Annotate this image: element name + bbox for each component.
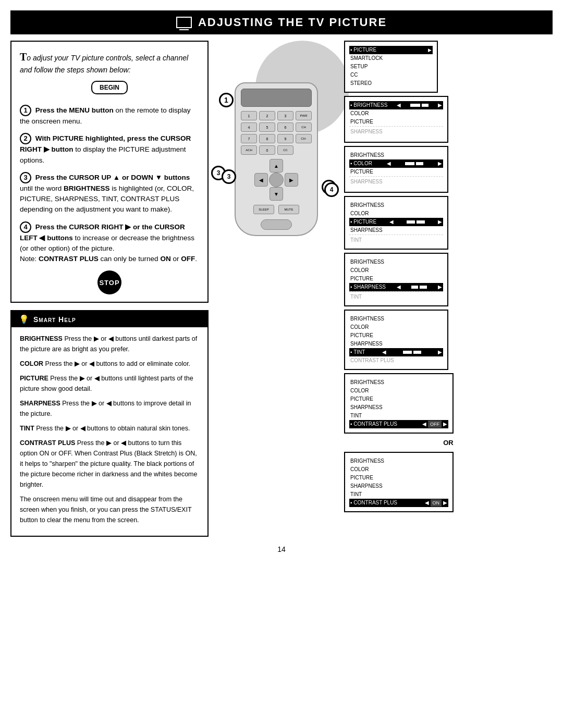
btn-8[interactable]: 8 xyxy=(259,134,275,143)
title-bar: ADJUSTING THE TV PICTURE xyxy=(10,10,553,34)
btn-sleep[interactable]: SLEEP xyxy=(253,205,274,214)
menu-stereo: STEREO xyxy=(349,79,433,88)
menu-brightness-7: BRIGHTNESS xyxy=(349,378,448,387)
menu-sharpness-7: SHARPNESS xyxy=(349,403,448,412)
step-3: 3 Press the CURSOR UP ▲ or DOWN ▼ button… xyxy=(20,172,199,215)
menu-picture-7: PICTURE xyxy=(349,395,448,403)
page-title: ADJUSTING THE TV PICTURE xyxy=(198,16,387,29)
intro-text: To adjust your TV picture controls, sele… xyxy=(20,49,199,76)
menu-tint-7: TINT xyxy=(349,412,448,420)
dpad-right[interactable]: ▶ xyxy=(285,173,298,187)
menu-tint-8: TINT xyxy=(349,490,448,499)
stop-badge: STOP xyxy=(97,270,121,294)
menu-color-7: COLOR xyxy=(349,387,448,395)
menu-picture-2: PICTURE xyxy=(349,118,443,126)
menu-brightness-6: BRIGHTNESS xyxy=(349,315,443,323)
screen-picture-adj: BRIGHTNESS COLOR ▪ PICTURE ◀ ▶ SHARPNESS… xyxy=(344,196,448,250)
menu-color-highlighted: ▪ COLOR ◀ ▶ xyxy=(349,159,443,168)
screen-picture-menu: ▪ PICTURE▶ SMARTLOCK SETUP CC STEREO xyxy=(344,41,438,93)
menu-picture-highlighted-2: ▪ PICTURE ◀ ▶ xyxy=(349,218,443,226)
smart-help-box: 💡 Smart Help BRIGHTNESS Press the ▶ or ◀… xyxy=(10,310,209,537)
menu-brightness-highlighted: ▪ BRIGHTNESS ◀ ▶ xyxy=(349,101,443,109)
menu-picture-3: PICTURE xyxy=(349,168,443,176)
step-4: 4 Press the CURSOR RIGHT ▶ or the CURSOR… xyxy=(20,221,199,265)
btn-ch-down[interactable]: CH- xyxy=(296,134,312,143)
dpad-down[interactable]: ▼ xyxy=(270,187,283,201)
btn-empty xyxy=(296,145,312,155)
menu-tint-4: TINT xyxy=(349,235,443,244)
menu-color-2: COLOR xyxy=(349,109,443,118)
btn-9[interactable]: 9 xyxy=(277,134,293,143)
or-divider: OR xyxy=(344,439,553,447)
btn-0[interactable]: 0 xyxy=(259,145,275,155)
menu-picture-6: PICTURE xyxy=(349,331,443,340)
btn-5[interactable]: 5 xyxy=(259,122,275,132)
screen-tint: BRIGHTNESS COLOR PICTURE SHARPNESS ▪ TIN… xyxy=(344,310,448,370)
menu-tint-highlighted: ▪ TINT ◀ ▶ xyxy=(349,348,443,356)
menu-color-4: COLOR xyxy=(349,209,443,218)
screen-contrast-on: BRIGHTNESS COLOR PICTURE SHARPNESS TINT … xyxy=(344,452,454,512)
menu-smartlock: SMARTLOCK xyxy=(349,54,433,63)
sh-tint: TINT Press the ▶ or ◀ buttons to obtain … xyxy=(20,423,199,434)
menu-sharpness-4: SHARPNESS xyxy=(349,226,443,235)
lightbulb-icon: 💡 xyxy=(19,314,29,324)
dpad-up[interactable]: ▲ xyxy=(270,159,283,172)
smart-help-title: 💡 Smart Help xyxy=(11,311,207,327)
sh-color: COLOR Press the ▶ or ◀ buttons to add or… xyxy=(20,359,199,369)
screen-contrast-off: BRIGHTNESS COLOR PICTURE SHARPNESS TINT … xyxy=(344,373,454,434)
menu-brightness-5: BRIGHTNESS xyxy=(349,258,443,266)
tv-icon xyxy=(176,17,192,28)
step-circle-4: 4 xyxy=(324,182,339,197)
menu-brightness-8: BRIGHTNESS xyxy=(349,457,448,465)
remote-bottom xyxy=(261,219,292,230)
menu-sharpness-highlighted: ▪ SHARPNESS ◀ ▶ xyxy=(349,283,443,291)
sh-brightness: BRIGHTNESS Press the ▶ or ◀ buttons unti… xyxy=(20,334,199,354)
dpad-center[interactable] xyxy=(269,172,284,187)
step-circle-1: 1 xyxy=(219,93,234,107)
btn-3[interactable]: 3 xyxy=(277,111,293,120)
remote-buttons: 1 2 3 PWR 4 5 6 CH 7 8 9 CH- ACH 0 xyxy=(241,111,312,155)
screen-brightness: ▪ BRIGHTNESS ◀ ▶ COLOR PICTURE SHARPNESS xyxy=(344,96,448,143)
btn-2[interactable]: 2 xyxy=(259,111,275,120)
menu-contrast-6: CONTRAST PLUS xyxy=(349,356,443,365)
menu-sharpness-3: SHARPNESS xyxy=(349,176,443,186)
menu-picture-8: PICTURE xyxy=(349,474,448,482)
menu-sharpness-2: SHARPNESS xyxy=(349,126,443,136)
menu-cc: CC xyxy=(349,71,433,79)
menu-color-5: COLOR xyxy=(349,266,443,275)
sh-picture: PICTURE Press the ▶ or ◀ buttons until l… xyxy=(20,373,199,394)
remote-control: 1 2 3 PWR 4 5 6 CH 7 8 9 CH- ACH 0 xyxy=(235,82,318,236)
remote-area: 1 2 3 PWR 4 5 6 CH 7 8 9 CH- ACH 0 xyxy=(214,41,339,537)
step-circle-3b: 3 xyxy=(222,169,236,184)
menu-contrast-highlighted-on: ▪ CONTRAST PLUS ◀ON▶ xyxy=(349,499,448,507)
menu-brightness-3: BRIGHTNESS xyxy=(349,151,443,159)
sh-contrast: CONTRAST PLUS Press the ▶ or ◀ buttons t… xyxy=(20,438,199,490)
screen-color: BRIGHTNESS ▪ COLOR ◀ ▶ PICTURE SHARPNESS xyxy=(344,146,448,193)
step-1: 1 Press the MENU button on the remote to… xyxy=(20,105,199,127)
btn-ach[interactable]: ACH xyxy=(241,145,257,155)
btn-6[interactable]: 6 xyxy=(277,122,293,132)
menu-tint-5: TINT xyxy=(349,291,443,301)
btn-4[interactable]: 4 xyxy=(241,122,257,132)
left-column: To adjust your TV picture controls, sele… xyxy=(10,41,209,537)
menu-picture-5: PICTURE xyxy=(349,275,443,283)
menu-sharpness-8: SHARPNESS xyxy=(349,482,448,490)
btn-7[interactable]: 7 xyxy=(241,134,257,143)
menu-picture-highlighted: ▪ PICTURE▶ xyxy=(349,46,433,54)
step-2: 2 With PICTURE highlighted, press the CU… xyxy=(20,133,199,166)
sh-sharpness: SHARPNESS Press the ▶ or ◀ buttons to im… xyxy=(20,398,199,419)
btn-cc[interactable]: CC xyxy=(277,145,293,155)
right-column: 1 2 3 PWR 4 5 6 CH 7 8 9 CH- ACH 0 xyxy=(214,41,553,537)
sh-timeout: The onscreen menu will time out and disa… xyxy=(20,494,199,525)
menu-color-8: COLOR xyxy=(349,465,448,474)
remote-screen xyxy=(241,89,312,107)
btn-1[interactable]: 1 xyxy=(241,111,257,120)
remote-dpad: ▲ ◀ ▶ ▼ xyxy=(253,159,300,201)
btn-power[interactable]: PWR xyxy=(296,111,312,120)
menu-sharpness-6: SHARPNESS xyxy=(349,340,443,348)
btn-ch[interactable]: CH xyxy=(296,122,312,132)
btn-mute[interactable]: MUTE xyxy=(278,205,299,214)
instructions-box: To adjust your TV picture controls, sele… xyxy=(10,41,209,303)
begin-badge: BEGIN xyxy=(91,81,128,94)
dpad-left[interactable]: ◀ xyxy=(254,173,268,187)
